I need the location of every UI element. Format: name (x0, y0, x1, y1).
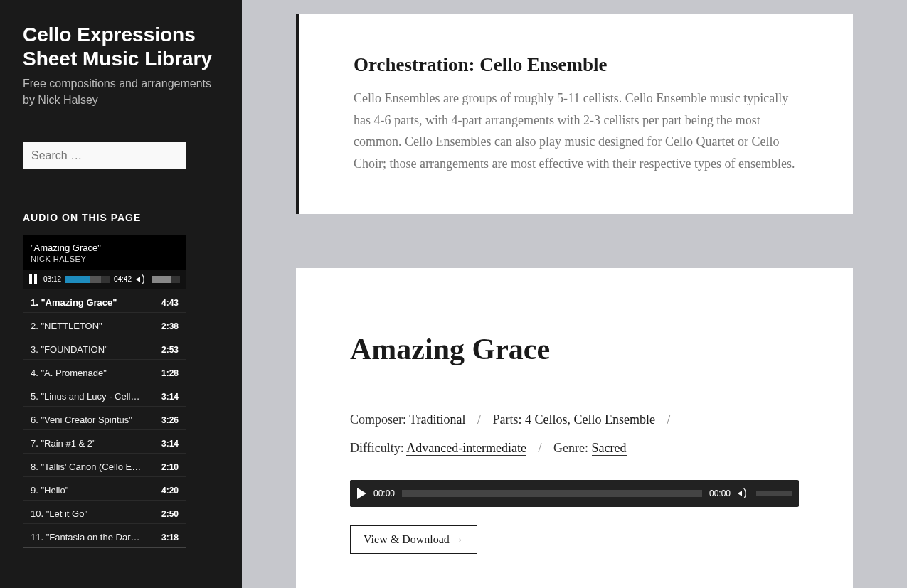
playlist-item[interactable]: 7. "Rain #1 & 2"3:14 (23, 430, 186, 454)
site-title[interactable]: Cello Expressions Sheet Music Library (23, 23, 219, 70)
view-download-button[interactable]: View & Download → (350, 525, 477, 554)
playlist-item-label: 10. "Let it Go" (31, 508, 87, 519)
difficulty-link[interactable]: Advanced-intermediate (406, 441, 526, 456)
meta-sep: / (667, 412, 671, 427)
playlist-item[interactable]: 3. "FOUNDATION"2:53 (23, 336, 186, 360)
parts-link-2[interactable]: Cello Ensemble (574, 412, 655, 427)
volume-icon[interactable] (136, 274, 147, 284)
orchestration-card: Orchestration: Cello Ensemble Cello Ense… (296, 14, 853, 214)
post-card: Amazing Grace Composer: Traditional / Pa… (296, 268, 853, 588)
parts-sep: , (568, 412, 574, 427)
orchestration-heading: Orchestration: Cello Ensemble (354, 54, 799, 76)
playlist-item[interactable]: 6. "Veni Creator Spiritus"3:26 (23, 407, 186, 430)
playlist-item-duration: 3:14 (156, 387, 179, 402)
playlist-item[interactable]: 11. "Fantasia on the Darg…3:18 (23, 524, 186, 547)
playlist-item-duration: 4:43 (156, 294, 179, 308)
genre-link[interactable]: Sacred (592, 441, 627, 456)
playlist-item-label: 6. "Veni Creator Spiritus" (31, 415, 132, 425)
orchestration-text: Cello Ensembles are groups of roughly 5-… (354, 87, 799, 174)
post-audio-player: 00:00 00:00 (350, 480, 799, 507)
post-meta: Composer: Traditional / Parts: 4 Cellos,… (350, 406, 799, 462)
elapsed-time: 03:12 (43, 275, 61, 283)
volume-icon[interactable] (738, 488, 749, 498)
playlist-item-duration: 2:10 (156, 458, 179, 472)
playlist: 1. "Amazing Grace"4:432. "NETTLETON"2:38… (23, 289, 186, 547)
player-total: 00:00 (709, 488, 731, 498)
composer-label: Composer: (350, 412, 409, 427)
playlist-item[interactable]: 1. "Amazing Grace"4:43 (23, 289, 186, 313)
orch-text-after: ; those arrangements are most effective … (383, 156, 795, 171)
playlist-item-label: 7. "Rain #1 & 2" (31, 438, 96, 449)
player-volume[interactable] (756, 491, 792, 496)
playlist-item-duration: 1:28 (156, 364, 179, 378)
playlist-item-duration: 4:20 (156, 481, 179, 496)
playlist-item[interactable]: 2. "NETTLETON"2:38 (23, 313, 186, 336)
playlist-item-label: 3. "FOUNDATION" (31, 344, 108, 355)
playlist-item-label: 8. "Tallis' Canon (Cello E… (31, 461, 141, 472)
site-tagline: Free compositions and arrangements by Ni… (23, 76, 219, 108)
playlist-item[interactable]: 8. "Tallis' Canon (Cello E…2:10 (23, 454, 186, 477)
playlist-item[interactable]: 9. "Hello"4:20 (23, 477, 186, 501)
search-input[interactable] (23, 142, 186, 169)
playlist-item-duration: 2:50 (156, 505, 179, 519)
playlist-item-duration: 2:53 (156, 341, 179, 355)
sidebar: Cello Expressions Sheet Music Library Fr… (0, 0, 242, 588)
player-track[interactable] (402, 490, 702, 497)
audio-widget-title: AUDIO ON THIS PAGE (23, 212, 219, 223)
parts-link-1[interactable]: 4 Cellos (525, 412, 568, 427)
playlist-item-label: 5. "Linus and Lucy - Cell… (31, 391, 139, 402)
player-elapsed: 00:00 (373, 488, 395, 498)
meta-sep: / (539, 441, 542, 455)
playlist-item-duration: 3:18 (156, 528, 179, 542)
volume-slider[interactable] (152, 276, 180, 283)
genre-label: Genre: (553, 441, 591, 455)
playlist-item-duration: 3:14 (156, 434, 179, 449)
parts-label: Parts: (493, 412, 526, 427)
pause-icon[interactable] (29, 274, 39, 284)
playlist-item-label: 2. "NETTLETON" (31, 321, 102, 331)
now-playing: "Amazing Grace" NICK HALSEY (23, 235, 186, 270)
main-content: Orchestration: Cello Ensemble Cello Ense… (242, 0, 907, 588)
composer-link[interactable]: Traditional (409, 412, 465, 427)
playlist-item[interactable]: 4. "A. Promenade"1:28 (23, 360, 186, 383)
orch-text-mid: or (734, 134, 751, 149)
meta-sep: / (477, 412, 481, 427)
playlist-item-duration: 3:26 (156, 411, 179, 425)
playlist-item-label: 1. "Amazing Grace" (31, 297, 117, 308)
progress-bar[interactable] (65, 276, 110, 283)
now-playing-title: "Amazing Grace" (31, 242, 179, 253)
play-icon[interactable] (357, 488, 366, 499)
playlist-item[interactable]: 10. "Let it Go"2:50 (23, 501, 186, 524)
playlist-item-label: 4. "A. Promenade" (31, 368, 107, 378)
now-playing-artist: NICK HALSEY (31, 255, 179, 263)
mini-player: 03:12 04:42 (23, 270, 186, 289)
playlist-item-label: 11. "Fantasia on the Darg… (31, 532, 144, 542)
playlist-item-label: 9. "Hello" (31, 485, 68, 496)
audio-player-widget: "Amazing Grace" NICK HALSEY 03:12 04:42 … (23, 235, 186, 548)
playlist-item[interactable]: 5. "Linus and Lucy - Cell…3:14 (23, 383, 186, 407)
link-cello-quartet[interactable]: Cello Quartet (665, 134, 734, 149)
total-time: 04:42 (114, 275, 132, 283)
post-title[interactable]: Amazing Grace (350, 332, 799, 366)
difficulty-label: Difficulty: (350, 441, 406, 455)
playlist-item-duration: 2:38 (156, 317, 179, 331)
